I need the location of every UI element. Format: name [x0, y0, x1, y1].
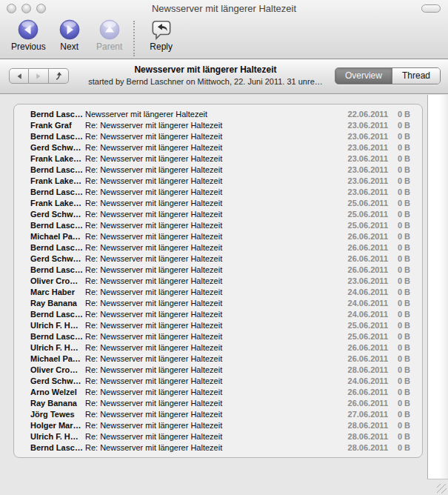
message-size: 0 B — [388, 353, 410, 365]
table-row[interactable]: Ulrich F. H… Re: Newsserver mit längerer… — [30, 342, 410, 353]
next-button[interactable]: Next — [53, 19, 86, 52]
message-subject: Re: Newsserver mit längerer Haltezeit — [85, 353, 332, 365]
table-row[interactable]: Oliver Cro… Re: Newsserver mit längerer … — [30, 365, 410, 376]
message-size: 0 B — [388, 320, 410, 331]
message-author: Ray Banana — [30, 298, 85, 309]
message-subject: Re: Newsserver mit längerer Haltezeit — [85, 342, 332, 353]
message-date: 23.06.2011 — [332, 131, 388, 142]
window-chrome: Newsserver mit längerer Haltezeit Previo… — [0, 0, 448, 59]
table-row[interactable]: Bernd Lasc… Re: Newsserver mit längerer … — [30, 309, 410, 320]
table-row[interactable]: Bernd Lasc… Re: Newsserver mit längerer … — [30, 442, 410, 454]
message-date: 26.06.2011 — [332, 265, 388, 276]
message-subject: Re: Newsserver mit längerer Haltezeit — [85, 187, 332, 198]
message-author: Bernd Lasc… — [30, 331, 85, 342]
message-date: 24.06.2011 — [332, 376, 388, 387]
table-row[interactable]: Arno Welzel Re: Newsserver mit längerer … — [30, 387, 410, 398]
message-date: 23.06.2011 — [332, 142, 388, 153]
table-row[interactable]: Gerd Schw… Re: Newsserver mit längerer H… — [30, 209, 410, 220]
table-row[interactable]: Holger Mar… Re: Newsserver mit längerer … — [30, 420, 410, 431]
message-size: 0 B — [388, 309, 410, 320]
up-to-parent-button[interactable] — [49, 68, 69, 84]
table-row[interactable]: Ulrich F. H… Re: Newsserver mit längerer… — [30, 320, 410, 331]
message-date: 23.06.2011 — [332, 276, 388, 287]
table-row[interactable]: Gerd Schw… Re: Newsserver mit längerer H… — [30, 376, 410, 387]
message-author: Gerd Schw… — [30, 209, 85, 220]
message-subject: Re: Newsserver mit längerer Haltezeit — [85, 176, 332, 187]
table-row[interactable]: Jörg Tewes Re: Newsserver mit längerer H… — [30, 409, 410, 420]
table-row[interactable]: Frank Graf Re: Newsserver mit längerer H… — [30, 120, 410, 131]
toolbar-toggle-pill-button[interactable] — [421, 4, 441, 13]
table-row[interactable]: Frank Lake… Re: Newsserver mit längerer … — [30, 176, 410, 187]
message-author: Ulrich F. H… — [30, 431, 85, 442]
message-size: 0 B — [388, 276, 410, 287]
tab-thread[interactable]: Thread — [392, 68, 440, 84]
message-author: Bernd Lasc… — [30, 309, 85, 320]
message-author: Gerd Schw… — [30, 142, 85, 153]
reply-button[interactable]: Reply — [145, 19, 178, 52]
message-date: 28.06.2011 — [332, 420, 388, 431]
message-subject: Re: Newsserver mit längerer Haltezeit — [85, 398, 332, 409]
table-row[interactable]: Bernd Lasc… Re: Newsserver mit längerer … — [30, 187, 410, 198]
table-row[interactable]: Marc Haber Re: Newsserver mit längerer H… — [30, 287, 410, 298]
message-size: 0 B — [388, 120, 410, 131]
message-author: Bernd Lasc… — [30, 165, 85, 176]
message-author: Ulrich F. H… — [30, 342, 85, 353]
message-date: 22.06.2011 — [332, 109, 388, 120]
message-author: Bernd Lasc… — [30, 265, 85, 276]
table-row[interactable]: Bernd Lasc… Re: Newsserver mit längerer … — [30, 131, 410, 142]
table-row[interactable]: Frank Lake… Re: Newsserver mit längerer … — [30, 198, 410, 209]
table-row[interactable]: Bernd Lasc… Re: Newsserver mit längerer … — [30, 331, 410, 342]
message-date: 25.06.2011 — [332, 220, 388, 231]
titlebar[interactable]: Newsserver mit längerer Haltezeit — [0, 0, 448, 16]
message-size: 0 B — [388, 265, 410, 276]
window-title: Newsserver mit längerer Haltezeit — [0, 3, 448, 14]
table-row[interactable]: Bernd Lasc… Re: Newsserver mit längerer … — [30, 242, 410, 253]
table-row[interactable]: Ulrich F. H… Re: Newsserver mit längerer… — [30, 431, 410, 442]
table-row[interactable]: Bernd Lasc… Newsserver mit längerer Halt… — [30, 109, 410, 120]
message-author: Michael Pa… — [30, 231, 85, 242]
table-row[interactable]: Michael Pa… Re: Newsserver mit längerer … — [30, 231, 410, 242]
table-row[interactable]: Bernd Lasc… Re: Newsserver mit längerer … — [30, 165, 410, 176]
message-date: 26.06.2011 — [332, 387, 388, 398]
message-author: Oliver Cro… — [30, 365, 85, 376]
back-button[interactable] — [9, 68, 29, 84]
view-segmented-control: Overview Thread — [335, 67, 441, 84]
message-size: 0 B — [388, 342, 410, 353]
table-row[interactable]: Gerd Schw… Re: Newsserver mit längerer H… — [30, 253, 410, 265]
tab-overview[interactable]: Overview — [335, 68, 392, 84]
message-subject: Newsserver mit längerer Haltezeit — [85, 109, 332, 120]
table-row[interactable]: Bernd Lasc… Re: Newsserver mit längerer … — [30, 220, 410, 231]
minimize-button[interactable] — [21, 4, 31, 13]
message-subject: Re: Newsserver mit längerer Haltezeit — [85, 276, 332, 287]
message-subject: Re: Newsserver mit längerer Haltezeit — [85, 309, 332, 320]
thread-title-block: Newsserver mit längerer Haltezeit starte… — [80, 64, 331, 86]
previous-button[interactable]: Previous — [11, 19, 46, 52]
table-row[interactable]: Gerd Schw… Re: Newsserver mit längerer H… — [30, 142, 410, 153]
message-size: 0 B — [388, 376, 410, 387]
resize-grip[interactable] — [437, 484, 447, 494]
message-subject: Re: Newsserver mit längerer Haltezeit — [85, 387, 332, 398]
message-size: 0 B — [388, 387, 410, 398]
parent-button[interactable]: Parent — [93, 19, 126, 52]
message-date: 25.06.2011 — [332, 320, 388, 331]
message-subject: Re: Newsserver mit längerer Haltezeit — [85, 165, 332, 176]
table-row[interactable]: Bernd Lasc… Re: Newsserver mit längerer … — [30, 265, 410, 276]
zoom-button[interactable] — [36, 4, 46, 13]
table-row[interactable]: Frank Lake… Re: Newsserver mit längerer … — [30, 153, 410, 165]
table-row[interactable]: Michael Pa… Re: Newsserver mit längerer … — [30, 353, 410, 365]
scrollbar-track[interactable] — [427, 95, 448, 479]
close-button[interactable] — [7, 4, 16, 13]
table-row[interactable]: Ray Banana Re: Newsserver mit längerer H… — [30, 398, 410, 409]
content-area: Bernd Lasc… Newsserver mit längerer Halt… — [0, 95, 448, 495]
message-size: 0 B — [388, 242, 410, 253]
message-size: 0 B — [388, 131, 410, 142]
table-row[interactable]: Ray Banana Re: Newsserver mit längerer H… — [30, 298, 410, 309]
table-row[interactable]: Oliver Cro… Re: Newsserver mit längerer … — [30, 276, 410, 287]
message-subject: Re: Newsserver mit längerer Haltezeit — [85, 265, 332, 276]
forward-button[interactable] — [29, 68, 49, 84]
message-size: 0 B — [388, 431, 410, 442]
reply-icon — [151, 19, 172, 40]
next-label: Next — [60, 41, 78, 52]
message-subject: Re: Newsserver mit längerer Haltezeit — [85, 287, 332, 298]
message-author: Arno Welzel — [30, 387, 85, 398]
